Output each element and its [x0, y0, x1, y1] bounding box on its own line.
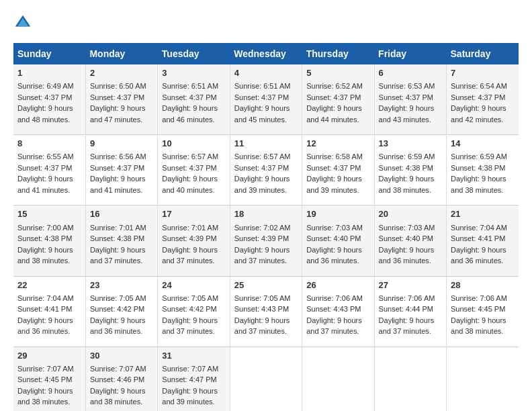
day-info: Sunrise: 6:49 AMSunset: 4:37 PMDaylight:…: [17, 82, 74, 124]
day-number: 25: [234, 279, 298, 291]
calendar-cell: 8 Sunrise: 6:55 AMSunset: 4:37 PMDayligh…: [13, 135, 85, 205]
day-number: 23: [90, 279, 153, 291]
day-info: Sunrise: 6:51 AMSunset: 4:37 PMDaylight:…: [234, 82, 291, 124]
day-info: Sunrise: 7:05 AMSunset: 4:42 PMDaylight:…: [90, 294, 146, 336]
calendar-cell: [447, 347, 519, 411]
calendar-cell: 25 Sunrise: 7:05 AMSunset: 4:43 PMDaylig…: [230, 276, 302, 347]
calendar-cell: 29 Sunrise: 7:07 AMSunset: 4:45 PMDaylig…: [13, 347, 85, 411]
calendar-cell: [230, 347, 302, 411]
day-info: Sunrise: 7:06 AMSunset: 4:45 PMDaylight:…: [451, 294, 507, 336]
day-number: 10: [162, 138, 225, 150]
day-info: Sunrise: 6:57 AMSunset: 4:37 PMDaylight:…: [162, 152, 218, 194]
calendar-cell: 20 Sunrise: 7:03 AMSunset: 4:40 PMDaylig…: [374, 205, 446, 276]
calendar-cell: 5 Sunrise: 6:52 AMSunset: 4:37 PMDayligh…: [302, 64, 374, 135]
col-thursday: Thursday: [302, 43, 374, 64]
calendar-cell: 18 Sunrise: 7:02 AMSunset: 4:39 PMDaylig…: [230, 205, 302, 276]
day-info: Sunrise: 6:58 AMSunset: 4:37 PMDaylight:…: [306, 152, 363, 194]
col-saturday: Saturday: [447, 43, 519, 64]
day-info: Sunrise: 7:06 AMSunset: 4:44 PMDaylight:…: [379, 294, 435, 336]
logo: [13, 13, 35, 32]
day-info: Sunrise: 6:59 AMSunset: 4:38 PMDaylight:…: [379, 152, 435, 194]
calendar-cell: 4 Sunrise: 6:51 AMSunset: 4:37 PMDayligh…: [230, 64, 302, 135]
calendar-cell: 15 Sunrise: 7:00 AMSunset: 4:38 PMDaylig…: [13, 205, 85, 276]
col-friday: Friday: [374, 43, 446, 64]
day-info: Sunrise: 7:05 AMSunset: 4:43 PMDaylight:…: [234, 294, 291, 336]
calendar-cell: [302, 347, 374, 411]
day-info: Sunrise: 7:07 AMSunset: 4:45 PMDaylight:…: [17, 365, 74, 406]
day-info: Sunrise: 7:02 AMSunset: 4:39 PMDaylight:…: [234, 224, 291, 265]
day-info: Sunrise: 7:03 AMSunset: 4:40 PMDaylight:…: [379, 224, 435, 265]
day-info: Sunrise: 6:55 AMSunset: 4:37 PMDaylight:…: [17, 152, 74, 194]
calendar-cell: 11 Sunrise: 6:57 AMSunset: 4:37 PMDaylig…: [230, 135, 302, 205]
day-info: Sunrise: 7:05 AMSunset: 4:42 PMDaylight:…: [162, 294, 218, 336]
day-number: 26: [306, 279, 369, 291]
header: [13, 13, 519, 32]
day-info: Sunrise: 7:03 AMSunset: 4:40 PMDaylight:…: [306, 224, 363, 265]
calendar-cell: 1 Sunrise: 6:49 AMSunset: 4:37 PMDayligh…: [13, 64, 85, 135]
day-number: 9: [90, 138, 153, 150]
day-number: 1: [17, 67, 81, 79]
calendar-cell: 28 Sunrise: 7:06 AMSunset: 4:45 PMDaylig…: [447, 276, 519, 347]
logo-icon: [13, 13, 32, 32]
day-info: Sunrise: 7:04 AMSunset: 4:41 PMDaylight:…: [17, 294, 74, 336]
calendar-cell: 27 Sunrise: 7:06 AMSunset: 4:44 PMDaylig…: [374, 276, 446, 347]
day-number: 27: [379, 279, 442, 291]
day-info: Sunrise: 7:06 AMSunset: 4:43 PMDaylight:…: [306, 294, 363, 336]
day-number: 22: [17, 279, 81, 291]
day-number: 14: [451, 138, 515, 150]
day-info: Sunrise: 7:07 AMSunset: 4:47 PMDaylight:…: [162, 365, 218, 406]
day-number: 5: [306, 67, 369, 79]
calendar-cell: 14 Sunrise: 6:59 AMSunset: 4:38 PMDaylig…: [447, 135, 519, 205]
day-number: 20: [379, 208, 442, 220]
col-sunday: Sunday: [13, 43, 85, 64]
day-info: Sunrise: 6:57 AMSunset: 4:37 PMDaylight:…: [234, 152, 291, 194]
day-info: Sunrise: 6:56 AMSunset: 4:37 PMDaylight:…: [90, 152, 146, 194]
calendar-cell: 21 Sunrise: 7:04 AMSunset: 4:41 PMDaylig…: [447, 205, 519, 276]
calendar-cell: 22 Sunrise: 7:04 AMSunset: 4:41 PMDaylig…: [13, 276, 85, 347]
calendar-cell: 16 Sunrise: 7:01 AMSunset: 4:38 PMDaylig…: [85, 205, 157, 276]
day-number: 4: [234, 67, 298, 79]
day-info: Sunrise: 7:04 AMSunset: 4:41 PMDaylight:…: [451, 224, 507, 265]
day-number: 24: [162, 279, 225, 291]
day-number: 17: [162, 208, 225, 220]
calendar-cell: 30 Sunrise: 7:07 AMSunset: 4:46 PMDaylig…: [85, 347, 157, 411]
calendar-cell: 26 Sunrise: 7:06 AMSunset: 4:43 PMDaylig…: [302, 276, 374, 347]
day-number: 19: [306, 208, 369, 220]
day-number: 15: [17, 208, 81, 220]
day-info: Sunrise: 7:07 AMSunset: 4:46 PMDaylight:…: [90, 365, 146, 406]
day-info: Sunrise: 6:50 AMSunset: 4:37 PMDaylight:…: [90, 82, 146, 124]
calendar-header: Sunday Monday Tuesday Wednesday Thursday…: [13, 43, 519, 64]
calendar-cell: 3 Sunrise: 6:51 AMSunset: 4:37 PMDayligh…: [158, 64, 230, 135]
day-number: 29: [17, 350, 81, 362]
day-number: 12: [306, 138, 369, 150]
day-number: 18: [234, 208, 298, 220]
day-info: Sunrise: 6:51 AMSunset: 4:37 PMDaylight:…: [162, 82, 218, 124]
day-info: Sunrise: 7:01 AMSunset: 4:38 PMDaylight:…: [90, 224, 146, 265]
day-number: 21: [451, 208, 515, 220]
day-number: 31: [162, 350, 225, 362]
day-info: Sunrise: 6:52 AMSunset: 4:37 PMDaylight:…: [306, 82, 363, 124]
calendar-cell: 31 Sunrise: 7:07 AMSunset: 4:47 PMDaylig…: [158, 347, 230, 411]
day-number: 30: [90, 350, 153, 362]
day-info: Sunrise: 6:53 AMSunset: 4:37 PMDaylight:…: [379, 82, 435, 124]
calendar-cell: 12 Sunrise: 6:58 AMSunset: 4:37 PMDaylig…: [302, 135, 374, 205]
day-number: 7: [451, 67, 515, 79]
day-number: 13: [379, 138, 442, 150]
calendar-cell: 23 Sunrise: 7:05 AMSunset: 4:42 PMDaylig…: [85, 276, 157, 347]
day-number: 6: [379, 67, 442, 79]
calendar-table: Sunday Monday Tuesday Wednesday Thursday…: [13, 43, 519, 411]
day-number: 2: [90, 67, 153, 79]
day-info: Sunrise: 7:00 AMSunset: 4:38 PMDaylight:…: [17, 224, 74, 265]
day-number: 28: [451, 279, 515, 291]
day-number: 11: [234, 138, 298, 150]
calendar-cell: 17 Sunrise: 7:01 AMSunset: 4:39 PMDaylig…: [158, 205, 230, 276]
calendar-cell: 24 Sunrise: 7:05 AMSunset: 4:42 PMDaylig…: [158, 276, 230, 347]
calendar-cell: 6 Sunrise: 6:53 AMSunset: 4:37 PMDayligh…: [374, 64, 446, 135]
calendar-cell: 13 Sunrise: 6:59 AMSunset: 4:38 PMDaylig…: [374, 135, 446, 205]
day-number: 8: [17, 138, 81, 150]
col-tuesday: Tuesday: [158, 43, 230, 64]
calendar-cell: 2 Sunrise: 6:50 AMSunset: 4:37 PMDayligh…: [85, 64, 157, 135]
calendar-body: 1 Sunrise: 6:49 AMSunset: 4:37 PMDayligh…: [13, 64, 519, 411]
calendar-cell: 9 Sunrise: 6:56 AMSunset: 4:37 PMDayligh…: [85, 135, 157, 205]
calendar-cell: 10 Sunrise: 6:57 AMSunset: 4:37 PMDaylig…: [158, 135, 230, 205]
